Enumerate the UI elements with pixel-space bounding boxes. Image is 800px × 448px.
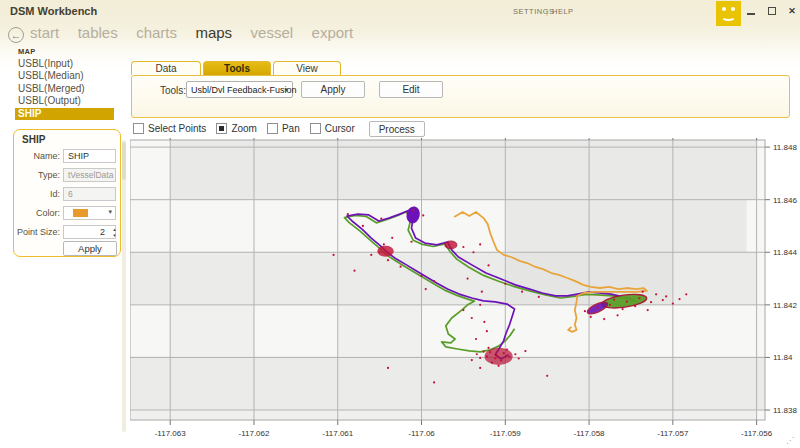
svg-text:11.842: 11.842 [773,301,797,310]
color-dropdown[interactable]: ▾ [63,206,116,220]
tab-data[interactable]: Data [131,61,201,75]
plot-toolbar: Select Points Zoom Pan Cursor Process [133,120,425,137]
svg-text:-117.058: -117.058 [574,429,606,438]
select-points-checkbox[interactable]: Select Points [133,123,206,134]
nav-item-charts[interactable]: charts [136,24,177,41]
sidebar-item-usbl-output[interactable]: USBL(Output) [18,95,122,107]
tools-label: Tools: [160,85,186,96]
tab-view[interactable]: View [273,61,341,75]
tools-apply-button[interactable]: Apply [301,81,365,98]
svg-text:11.846: 11.846 [773,196,797,205]
sidebar-item-ship[interactable]: SHIP [15,108,114,120]
nav-bar: ← start tables charts maps vessel export [0,24,800,48]
svg-text:-117.059: -117.059 [490,429,522,438]
minimize-icon [747,13,755,15]
svg-text:-117.056: -117.056 [741,429,773,438]
svg-text:-117.062: -117.062 [238,429,270,438]
svg-text:-117.061: -117.061 [322,429,354,438]
tab-tools[interactable]: Tools [203,61,271,75]
maximize-icon [768,7,776,15]
nav-item-tables[interactable]: tables [78,24,118,41]
zoom-checkbox[interactable]: Zoom [216,123,257,134]
svg-text:-117.06: -117.06 [408,429,435,438]
app-window: DSM Workbench SETTINGS | HELP ✕ ← start … [0,0,800,448]
tools-edit-button[interactable]: Edit [379,81,443,98]
map-plot-svg[interactable]: -117.063-117.062-117.061-117.06-117.059-… [130,138,800,443]
svg-text:-117.063: -117.063 [155,429,187,438]
cursor-checkbox[interactable]: Cursor [310,123,355,134]
svg-text:11.84: 11.84 [773,353,793,362]
stepper-arrows-icon[interactable]: ▴▾ [111,226,118,238]
vertical-scrollbar[interactable] [122,140,126,432]
id-label: Id: [14,189,60,199]
nav-item-export[interactable]: export [312,24,354,41]
titlebar-separator: | [546,7,548,16]
type-label: Type: [14,170,60,180]
tool-select-dropdown[interactable]: Usbl/Dvl Feedback-Fusion ▾ [186,81,293,98]
svg-text:11.848: 11.848 [773,143,797,152]
tools-panel: Tools: Usbl/Dvl Feedback-Fusion ▾ Apply … [131,75,790,118]
ship-properties-panel: SHIP Name: SHIP Type: tVesselData Id: 6 … [13,129,121,257]
svg-text:-117.057: -117.057 [657,429,689,438]
minimize-button[interactable] [744,4,758,18]
chevron-down-icon: ▾ [108,208,112,216]
help-link[interactable]: HELP [552,7,574,16]
smiley-eye-icon [731,7,735,11]
sidebar-item-usbl-merged[interactable]: USBL(Merged) [18,83,122,95]
sidebar-item-usbl-median[interactable]: USBL(Median) [18,70,122,82]
panel-title: SHIP [22,134,45,145]
sidebar-item-usbl-input[interactable]: USBL(Input) [18,58,122,70]
color-swatch [73,209,88,217]
checkbox-box-icon[interactable] [310,123,321,134]
pan-checkbox[interactable]: Pan [267,123,300,134]
resize-grip-icon[interactable]: ⋰ [786,437,796,445]
nav-item-maps[interactable]: maps [195,24,232,41]
title-bar: DSM Workbench SETTINGS | HELP ✕ [0,0,800,24]
name-field[interactable]: SHIP [63,149,116,163]
checkbox-box-icon[interactable] [216,123,227,134]
color-label: Color: [14,208,60,218]
name-label: Name: [14,151,60,161]
app-logo-smiley-icon [716,1,741,26]
ship-apply-button[interactable]: Apply [63,241,117,256]
svg-text:11.838: 11.838 [773,406,797,415]
settings-link[interactable]: SETTINGS [513,7,555,16]
close-button[interactable]: ✕ [785,4,799,18]
process-button[interactable]: Process [369,121,425,137]
chevron-down-icon: ▾ [284,86,288,94]
type-field: tVesselData [63,168,116,182]
nav-item-start[interactable]: start [30,24,59,41]
point-size-stepper[interactable]: 2 [63,225,116,239]
layer-tree: USBL(Input) USBL(Median) USBL(Merged) US… [18,58,122,120]
nav-item-vessel[interactable]: vessel [251,24,294,41]
svg-text:11.844: 11.844 [773,248,797,257]
app-title: DSM Workbench [10,5,97,17]
smiley-eye-icon [722,7,726,11]
map-plot-area[interactable]: -117.063-117.062-117.061-117.06-117.059-… [130,138,800,443]
id-field: 6 [63,187,116,201]
point-size-label: Point Size: [14,227,60,237]
checkbox-box-icon[interactable] [267,123,278,134]
maximize-button[interactable] [765,4,779,18]
scrollbar-thumb[interactable] [122,142,126,180]
checkbox-box-icon[interactable] [133,123,144,134]
sidebar-header-map: MAP [18,47,36,56]
smiley-mouth-icon [721,12,736,21]
selected-tool-value: Usbl/Dvl Feedback-Fusion [191,85,297,95]
back-button[interactable]: ← [8,27,24,43]
